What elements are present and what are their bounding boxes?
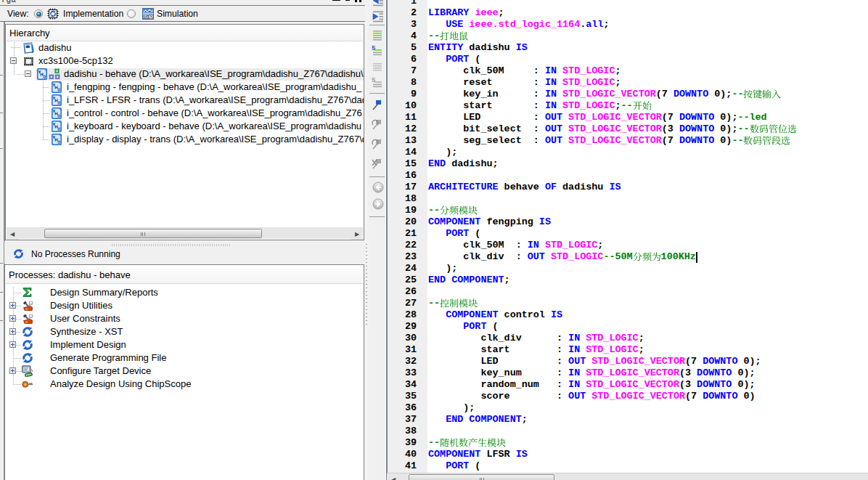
svg-text:5: 5 (372, 77, 375, 84)
svg-text:5: 5 (372, 45, 375, 52)
